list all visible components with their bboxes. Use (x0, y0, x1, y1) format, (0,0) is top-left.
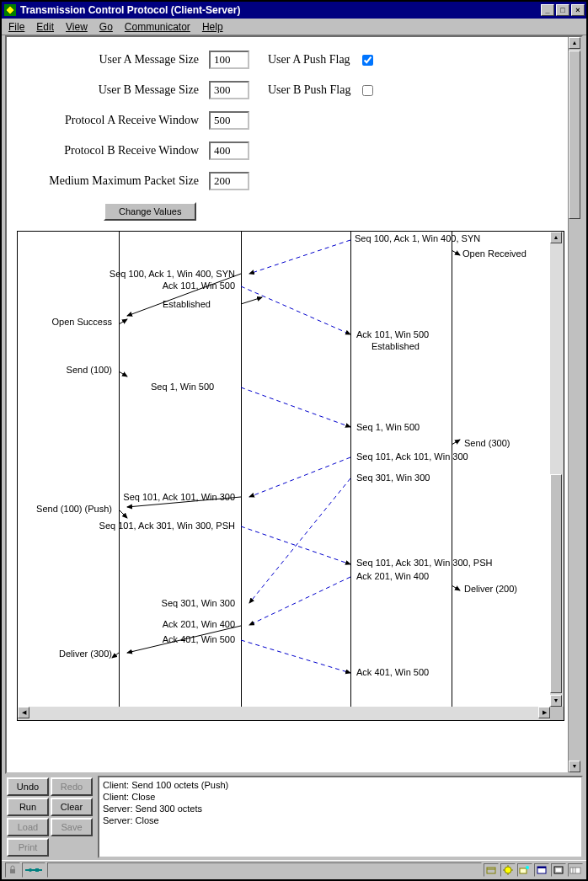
menu-view[interactable]: View (66, 21, 88, 33)
svg-line-16 (452, 585, 460, 590)
diagram-label: Seq 301, Win 300 (356, 473, 430, 483)
svg-rect-23 (35, 868, 39, 872)
clear-button[interactable]: Clear (51, 798, 93, 816)
diagram-scrollbar-h[interactable]: ◀ ▶ (18, 707, 550, 720)
tray-icon-3[interactable] (517, 863, 532, 877)
diagram-label: Seq 101, Ack 301, Win 300, PSH (356, 558, 492, 568)
lifeline (241, 232, 242, 707)
svg-line-5 (241, 297, 262, 304)
diagram-label: Seq 101, Ack 101, Win 300 (123, 492, 235, 502)
svg-point-22 (29, 868, 32, 872)
menu-help[interactable]: Help (202, 21, 223, 33)
svg-line-2 (249, 240, 350, 274)
user-b-msg-input[interactable] (209, 81, 249, 99)
svg-line-14 (241, 526, 350, 564)
diagram-label: Ack 201, Win 400 (163, 619, 235, 629)
medium-input[interactable] (209, 172, 249, 190)
diagram-canvas: Seq 100, Ack 1, Win 400, SYNOpen Receive… (18, 232, 550, 707)
menu-edit[interactable]: Edit (36, 21, 54, 33)
svg-line-1 (452, 250, 460, 255)
svg-line-15 (249, 577, 350, 625)
diag-scroll-thumb-v[interactable] (550, 474, 562, 693)
app-window: Transmission Control Protocol (Client-Se… (0, 0, 588, 881)
redo-button[interactable]: Redo (51, 777, 93, 796)
svg-line-11 (249, 478, 350, 603)
svg-rect-32 (556, 868, 561, 872)
content-scrollbar-v[interactable]: ▲ ▼ (568, 37, 581, 772)
diagram-label: Open Success (51, 317, 112, 327)
diagram-label: Seq 1, Win 500 (356, 422, 420, 432)
diagram-label: Seq 1, Win 500 (151, 382, 214, 392)
print-button[interactable]: Print (7, 838, 49, 857)
proto-a-win-input[interactable] (209, 111, 249, 130)
diagram-label: Seq 100, Ack 1, Win 400, SYN (355, 233, 480, 243)
svg-rect-27 (520, 868, 527, 873)
menu-communicator[interactable]: Communicator (125, 21, 190, 33)
diagram-label: Open Received (462, 248, 527, 259)
proto-a-win-label: Protocol A Receive Window (40, 114, 209, 127)
close-button[interactable]: × (571, 4, 585, 16)
diagram-label: Send (100) (Push) (36, 504, 112, 514)
tray-icon-2[interactable] (500, 863, 516, 877)
user-b-push-checkbox[interactable] (362, 85, 373, 96)
tray-icon-6[interactable] (568, 863, 583, 877)
user-a-msg-input[interactable] (209, 51, 249, 69)
event-log[interactable]: Client: Send 100 octets (Push)Client: Cl… (98, 776, 583, 858)
user-a-push-label: User A Push Flag (268, 53, 350, 67)
svg-line-19 (241, 640, 350, 673)
svg-rect-30 (537, 867, 546, 868)
tray-icon-1[interactable] (484, 863, 499, 877)
menu-go[interactable]: Go (99, 21, 113, 33)
change-values-button[interactable]: Change Values (104, 202, 196, 221)
tray-icon-5[interactable] (551, 863, 566, 877)
diag-scroll-down-icon[interactable]: ▼ (550, 695, 562, 707)
bottom-panel: Undo Redo Run Clear Load Save Print Clie… (5, 776, 583, 858)
diagram-label: Deliver (300) (59, 649, 112, 659)
diagram-label: Seq 100, Ack 1, Win 400, SYN (110, 269, 235, 279)
diagram-label: Ack 401, Win 500 (163, 634, 235, 644)
status-message (47, 862, 482, 878)
minimize-button[interactable]: _ (541, 4, 554, 16)
scroll-thumb[interactable] (569, 51, 580, 219)
diagram-label: Established (163, 299, 211, 309)
svg-line-4 (241, 286, 350, 334)
svg-rect-20 (10, 869, 15, 873)
diagram-label: Ack 101, Win 500 (356, 329, 429, 339)
proto-b-win-input[interactable] (209, 141, 249, 160)
diag-scroll-left-icon[interactable]: ◀ (18, 707, 29, 718)
proto-b-win-label: Protocol B Receive Window (40, 144, 209, 158)
lifeline (452, 232, 452, 707)
status-connection-icon (22, 862, 45, 878)
diag-scroll-right-icon[interactable]: ▶ (538, 707, 550, 718)
svg-line-9 (452, 440, 460, 445)
svg-line-13 (119, 510, 127, 518)
diagram-label: Ack 101, Win 500 (163, 280, 235, 291)
menubar: File Edit View Go Communicator Help (2, 19, 586, 35)
diagram-scrollbar-v[interactable]: ▲ ▼ (550, 232, 564, 707)
window-title: Transmission Control Protocol (Client-Se… (20, 4, 539, 16)
medium-label: Medium Maximum Packet Size (40, 174, 209, 188)
maximize-button[interactable]: □ (556, 4, 569, 16)
load-button[interactable]: Load (7, 818, 49, 836)
user-b-push-label: User B Push Flag (268, 83, 350, 97)
status-tray (484, 863, 583, 877)
diagram-label: Seq 101, Ack 101, Win 300 (356, 451, 468, 462)
user-a-msg-label: User A Message Size (40, 53, 209, 67)
save-button[interactable]: Save (51, 818, 93, 836)
run-button[interactable]: Run (7, 798, 49, 816)
parameter-form: User A Message Size User A Push Flag Use… (7, 37, 568, 227)
diagram-label: Ack 201, Win 400 (356, 571, 429, 581)
tray-icon-4[interactable] (534, 863, 549, 877)
scroll-down-icon[interactable]: ▼ (569, 761, 580, 772)
scroll-up-icon[interactable]: ▲ (569, 37, 580, 49)
window-controls: _ □ × (539, 4, 585, 16)
diag-scroll-up-icon[interactable]: ▲ (550, 232, 562, 243)
status-security-icon (5, 862, 20, 878)
undo-button[interactable]: Undo (7, 777, 49, 796)
menu-file[interactable]: File (8, 21, 24, 33)
diagram-scroll-corner (550, 707, 564, 720)
svg-line-18 (112, 653, 119, 658)
diagram-label: Established (372, 341, 420, 351)
diagram-label: Send (100) (67, 365, 112, 375)
user-a-push-checkbox[interactable] (362, 55, 373, 66)
